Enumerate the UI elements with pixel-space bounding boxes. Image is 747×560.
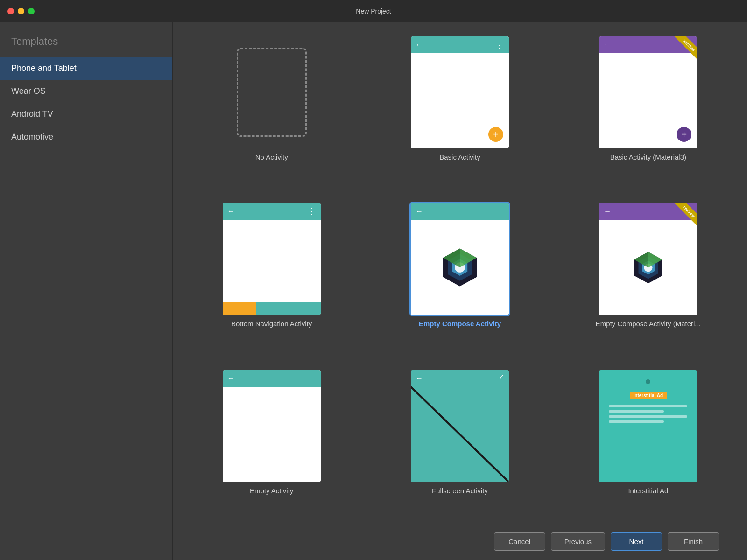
compose-material-logo-icon bbox=[631, 250, 666, 285]
empty-activity-preview: ← bbox=[223, 370, 321, 482]
empty-activity-toolbar: ← bbox=[223, 370, 321, 387]
interstitial-line-4 bbox=[609, 420, 664, 423]
preview-tag-text: PREVIEW bbox=[683, 39, 696, 52]
window-title: New Project bbox=[356, 7, 391, 15]
preview-tag: PREVIEW bbox=[675, 36, 697, 60]
preview-tag-container-cm: PREVIEW bbox=[670, 203, 697, 230]
back-arrow-icon-m3: ← bbox=[604, 41, 611, 49]
sidebar: Templates Phone and Tablet Wear OS Andro… bbox=[0, 22, 173, 560]
templates-grid: No Activity ← ⋮ + Basic Activity bbox=[187, 36, 733, 523]
sidebar-title: Templates bbox=[0, 35, 172, 57]
phone-mockup-bottom-nav: ← ⋮ bbox=[223, 203, 321, 315]
back-arrow-icon-compose: ← bbox=[416, 207, 423, 216]
preview-tag-container: PREVIEW bbox=[670, 36, 697, 63]
basic-activity-preview: ← ⋮ + bbox=[411, 36, 509, 148]
template-label-interstitial: Interstitial Ad bbox=[628, 487, 668, 495]
interstitial-mockup: Interstitial Ad bbox=[599, 370, 697, 482]
previous-button[interactable]: Previous bbox=[551, 532, 605, 551]
compose-body bbox=[411, 220, 509, 315]
back-arrow-icon-bn: ← bbox=[227, 207, 235, 216]
no-activity-preview bbox=[223, 36, 321, 148]
basic-toolbar: ← ⋮ bbox=[411, 36, 509, 53]
bottom-nav-preview: ← ⋮ bbox=[223, 203, 321, 315]
bottom-nav-active-tab bbox=[223, 302, 256, 315]
interstitial-line-2 bbox=[609, 410, 664, 413]
diagonal-line-icon bbox=[411, 370, 509, 482]
basic-body: + bbox=[411, 53, 509, 148]
empty-compose-material-preview: ← bbox=[599, 203, 697, 315]
back-arrow-icon: ← bbox=[416, 41, 423, 49]
interstitial-ad-preview: Interstitial Ad bbox=[599, 370, 697, 482]
maximize-button[interactable] bbox=[28, 8, 35, 14]
fullscreen-preview: ← ⤢ bbox=[411, 370, 509, 482]
sidebar-item-android-tv[interactable]: Android TV bbox=[0, 103, 172, 126]
empty-compose-preview: ← bbox=[411, 203, 509, 315]
more-options-icon: ⋮ bbox=[495, 40, 504, 50]
compose-material-body bbox=[599, 220, 697, 315]
template-label-no-activity: No Activity bbox=[255, 153, 288, 161]
template-label-empty-compose: Empty Compose Activity bbox=[419, 320, 501, 328]
back-arrow-icon-ea: ← bbox=[227, 374, 235, 383]
template-label-bottom-nav: Bottom Navigation Activity bbox=[231, 320, 312, 328]
compose-logo-icon bbox=[439, 246, 481, 288]
bottom-nav-toolbar: ← ⋮ bbox=[223, 203, 321, 220]
fab-button-basic: + bbox=[488, 127, 503, 142]
cancel-button[interactable]: Cancel bbox=[494, 532, 545, 551]
template-label-empty-activity: Empty Activity bbox=[250, 487, 293, 495]
template-card-empty-compose-material[interactable]: ← bbox=[564, 203, 733, 356]
material3-body: + bbox=[599, 53, 697, 148]
empty-activity-body bbox=[223, 387, 321, 482]
fab-button-material3: + bbox=[677, 127, 691, 142]
title-bar: New Project bbox=[0, 0, 747, 22]
template-card-fullscreen[interactable]: ← ⤢ Fullscreen Activity bbox=[375, 370, 544, 523]
button-row: Cancel Previous Next Finish bbox=[187, 523, 733, 560]
minimize-button[interactable] bbox=[18, 8, 24, 14]
template-label-basic-activity: Basic Activity bbox=[439, 153, 480, 161]
phone-mockup-compose: ← bbox=[411, 203, 509, 315]
sidebar-item-phone-tablet[interactable]: Phone and Tablet bbox=[0, 57, 172, 80]
interstitial-line-3 bbox=[609, 415, 687, 418]
phone-mockup-empty: ← bbox=[223, 370, 321, 482]
template-card-bottom-nav[interactable]: ← ⋮ Bottom Navigation Activity bbox=[187, 203, 356, 356]
template-label-basic-material3: Basic Activity (Material3) bbox=[610, 153, 686, 161]
content-area: No Activity ← ⋮ + Basic Activity bbox=[173, 22, 747, 560]
more-options-icon-bn: ⋮ bbox=[307, 206, 316, 217]
next-button[interactable]: Next bbox=[611, 532, 662, 551]
svg-line-12 bbox=[411, 387, 509, 482]
interstitial-dot bbox=[646, 379, 650, 384]
template-card-empty-compose[interactable]: ← bbox=[375, 203, 544, 356]
close-button[interactable] bbox=[7, 8, 14, 14]
compose-toolbar: ← bbox=[411, 203, 509, 220]
template-card-interstitial-ad[interactable]: Interstitial Ad Interstitial Ad bbox=[564, 370, 733, 523]
basic-material3-preview: ← ⋮ + PREVIEW bbox=[599, 36, 697, 148]
template-card-basic-activity[interactable]: ← ⋮ + Basic Activity bbox=[375, 36, 544, 189]
phone-mockup-basic: ← ⋮ + bbox=[411, 36, 509, 148]
window-controls bbox=[7, 8, 35, 14]
sidebar-item-automotive[interactable]: Automotive bbox=[0, 126, 172, 148]
template-label-fullscreen: Fullscreen Activity bbox=[432, 487, 488, 495]
template-card-no-activity[interactable]: No Activity bbox=[187, 36, 356, 189]
preview-tag-text-cm: PREVIEW bbox=[683, 205, 696, 218]
template-label-empty-compose-material: Empty Compose Activity (Materi... bbox=[596, 320, 701, 328]
bottom-nav-body bbox=[223, 220, 321, 302]
preview-tag-cm: PREVIEW bbox=[675, 203, 697, 226]
sidebar-item-wear-os[interactable]: Wear OS bbox=[0, 80, 172, 103]
bottom-nav-bar bbox=[223, 302, 321, 315]
dashed-rect bbox=[237, 48, 307, 137]
back-arrow-icon-cm: ← bbox=[604, 207, 611, 216]
interstitial-lines bbox=[609, 405, 687, 426]
main-layout: Templates Phone and Tablet Wear OS Andro… bbox=[0, 22, 747, 560]
interstitial-line-1 bbox=[609, 405, 687, 407]
finish-button[interactable]: Finish bbox=[668, 532, 719, 551]
fullscreen-mockup: ← ⤢ bbox=[411, 370, 509, 482]
template-card-empty-activity[interactable]: ← Empty Activity bbox=[187, 370, 356, 523]
interstitial-ad-badge: Interstitial Ad bbox=[630, 392, 667, 399]
template-card-basic-material3[interactable]: ← ⋮ + PREVIEW Basic Activity (Ma bbox=[564, 36, 733, 189]
